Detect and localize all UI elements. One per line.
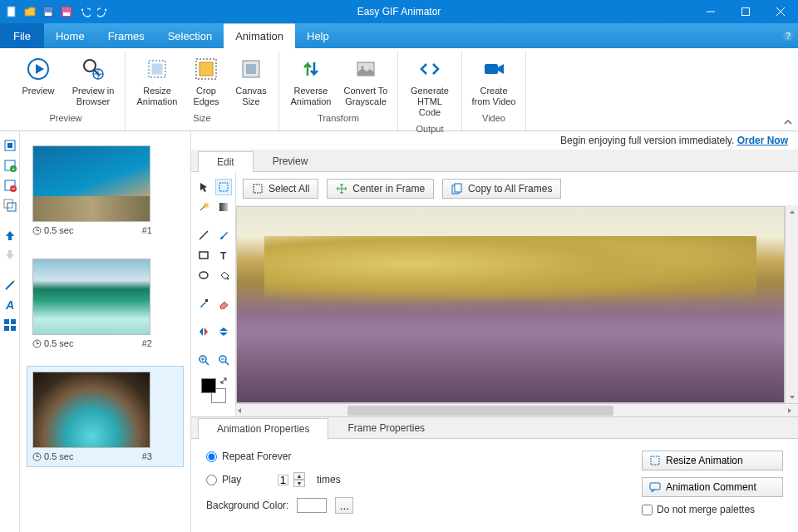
merge-palettes-checkbox[interactable]: Do not merge palettes [642, 504, 783, 515]
tab-anim-props[interactable]: Animation Properties [198, 418, 328, 439]
frame-image [32, 145, 150, 222]
svg-rect-25 [485, 64, 498, 74]
bg-color-swatch[interactable] [297, 498, 327, 513]
foreground-color-swatch[interactable] [201, 378, 216, 393]
bg-color-picker-button[interactable]: ... [335, 497, 353, 514]
bg-color-label: Background Color: [206, 500, 288, 511]
tab-frame-props[interactable]: Frame Properties [328, 417, 444, 438]
file-menu[interactable]: File [0, 23, 44, 48]
close-button[interactable] [763, 0, 798, 23]
svg-rect-50 [219, 183, 228, 191]
wand-tool-icon[interactable] [195, 199, 212, 215]
zoom-in-tool-icon[interactable] [195, 352, 212, 368]
scrollbar-thumb[interactable] [347, 406, 613, 416]
ellipse-tool-icon[interactable] [195, 267, 212, 283]
generate-html-button[interactable]: Generate HTML Code [403, 52, 456, 122]
svg-rect-35 [7, 203, 16, 211]
line-tool-icon[interactable] [195, 227, 212, 244]
minimize-button[interactable] [693, 0, 728, 23]
dock-move-down-icon[interactable] [2, 248, 17, 263]
order-now-link[interactable]: Order Now [737, 135, 788, 146]
brush-tool-icon[interactable] [215, 227, 232, 244]
svg-rect-37 [4, 319, 9, 324]
dock-move-up-icon[interactable] [2, 228, 17, 243]
svg-line-52 [200, 231, 208, 239]
resize-animation-side-button[interactable]: Resize Animation [642, 451, 783, 470]
zoom-out-tool-icon[interactable] [215, 352, 232, 368]
qat-undo-icon[interactable] [78, 5, 91, 18]
qat-new-icon[interactable] [5, 5, 18, 18]
eyedropper-tool-icon[interactable] [195, 295, 212, 312]
tab-animation[interactable]: Animation [224, 23, 295, 48]
play-times-input[interactable] [278, 475, 288, 485]
svg-rect-71 [650, 483, 660, 490]
canvas[interactable] [236, 206, 785, 403]
bucket-tool-icon[interactable] [215, 267, 232, 283]
svg-rect-40 [11, 326, 16, 331]
times-spinner[interactable]: ▲▼ [293, 472, 305, 487]
tab-home[interactable]: Home [44, 23, 96, 48]
ribbon-collapse-icon[interactable] [783, 117, 793, 127]
preview-button[interactable]: Preview [12, 52, 65, 111]
dock-delete-frame-icon[interactable] [2, 178, 17, 193]
svg-rect-38 [11, 319, 16, 324]
qat-open-icon[interactable] [23, 5, 37, 18]
animation-comment-button[interactable]: Animation Comment [642, 477, 783, 497]
dock-duplicate-icon[interactable] [2, 198, 17, 213]
center-frame-button[interactable]: Center in Frame [327, 179, 434, 199]
select-all-button[interactable]: Select All [243, 179, 318, 199]
frame-thumb[interactable]: 0.5 sec#3 [27, 366, 184, 467]
flip-h-tool-icon[interactable] [195, 323, 212, 340]
repeat-forever-radio[interactable]: Repeat Forever [206, 451, 472, 462]
help-icon[interactable]: ? [778, 23, 798, 48]
tab-edit[interactable]: Edit [198, 151, 254, 172]
dock-new-frame-icon[interactable] [2, 138, 17, 153]
qat-save-icon[interactable] [42, 5, 55, 18]
frame-image [32, 372, 150, 448]
group-preview-label: Preview [49, 111, 81, 126]
qat-saveas-icon[interactable] [60, 5, 73, 18]
svg-rect-6 [742, 8, 750, 16]
copy-all-frames-button[interactable]: Copy to All Frames [442, 179, 561, 199]
resize-animation-button[interactable]: Resize Animation [131, 52, 184, 111]
frame-thumb[interactable]: 0.5 sec#1 [27, 140, 184, 241]
dock-effects-icon[interactable] [2, 278, 17, 293]
dock-grid-icon[interactable] [2, 318, 17, 332]
vertical-scrollbar[interactable] [785, 206, 798, 403]
tab-frames[interactable]: Frames [96, 23, 156, 48]
svg-rect-19 [200, 62, 213, 76]
svg-text:+: + [11, 165, 15, 172]
play-radio[interactable]: Play [206, 474, 273, 485]
qat-redo-icon[interactable] [96, 5, 110, 18]
dock-text-icon[interactable]: A [2, 298, 17, 313]
horizontal-scrollbar[interactable] [236, 403, 798, 416]
flip-v-tool-icon[interactable] [215, 323, 232, 340]
frame-strip[interactable]: 0.5 sec#1 0.5 sec#2 0.5 sec#3 [20, 131, 191, 532]
svg-rect-27 [7, 143, 12, 148]
tab-help[interactable]: Help [295, 23, 341, 48]
text-tool-icon[interactable]: T [215, 247, 232, 264]
gradient-tool-icon[interactable] [215, 199, 232, 215]
create-from-video-button[interactable]: Create from Video [467, 52, 520, 111]
svg-point-55 [200, 272, 208, 278]
canvas-size-button[interactable]: Canvas Size [229, 52, 273, 111]
frame-thumb[interactable]: 0.5 sec#2 [27, 253, 184, 354]
edit-toolbar: Select All Center in Frame Copy to All F… [236, 172, 798, 206]
dock-add-frame-icon[interactable]: + [2, 158, 17, 173]
crop-edges-button[interactable]: Crop Edges [185, 52, 227, 111]
maximize-button[interactable] [728, 0, 763, 23]
eraser-tool-icon[interactable] [215, 295, 232, 312]
preview-browser-button[interactable]: Preview in Browser [66, 52, 120, 111]
reverse-animation-button[interactable]: Reverse Animation [284, 52, 337, 111]
tab-preview[interactable]: Preview [254, 150, 328, 171]
pointer-tool-icon[interactable] [195, 179, 212, 195]
rect-tool-icon[interactable] [195, 247, 212, 264]
properties-panel: Animation Properties Frame Properties Re… [191, 416, 798, 532]
grayscale-button[interactable]: Convert To Grayscale [339, 52, 392, 111]
svg-text:T: T [220, 250, 227, 261]
group-transform-label: Transform [318, 111, 359, 126]
color-swatch[interactable] [201, 378, 226, 403]
marquee-tool-icon[interactable] [215, 179, 232, 195]
tab-selection[interactable]: Selection [156, 23, 224, 48]
svg-text:?: ? [786, 32, 791, 41]
